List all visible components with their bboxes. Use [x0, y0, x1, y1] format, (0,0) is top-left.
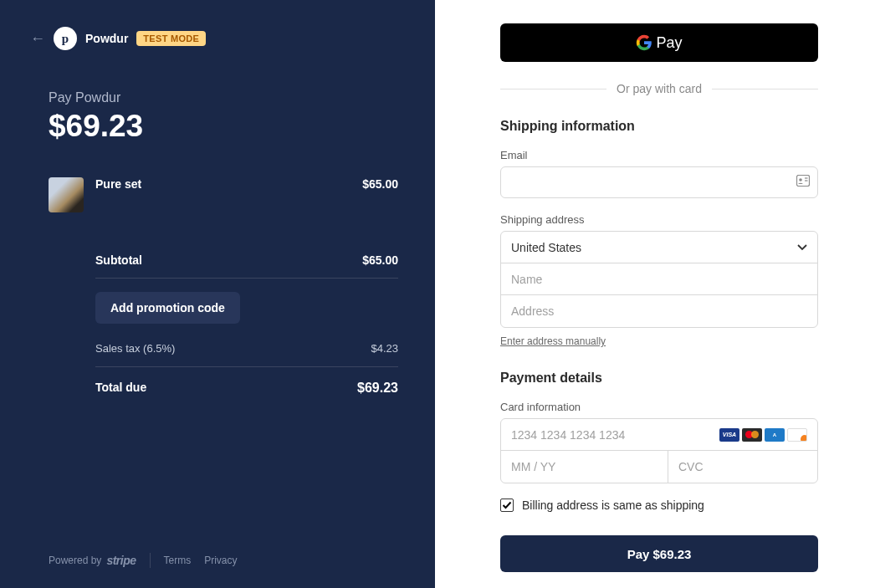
header-row: ← p Powdur TEST MODE [30, 27, 398, 50]
total-value: $69.23 [357, 381, 398, 396]
chevron-down-icon [797, 242, 807, 253]
mastercard-icon [742, 428, 762, 442]
or-divider-text: Or pay with card [617, 82, 702, 95]
or-divider: Or pay with card [500, 82, 818, 95]
card-cvc-input[interactable] [678, 460, 818, 473]
footer: Powered by stripe Terms Privacy [30, 553, 398, 568]
shipping-address-group: United States [500, 231, 818, 328]
tax-value: $4.23 [371, 342, 398, 355]
contact-card-icon [796, 175, 810, 190]
shipping-address-label: Shipping address [500, 213, 818, 226]
tax-row: Sales tax (6.5%) $4.23 [95, 337, 398, 366]
footer-divider [150, 553, 151, 568]
enter-address-manually-link[interactable]: Enter address manually [500, 335, 606, 347]
powered-by: Powered by stripe [49, 554, 136, 567]
country-value: United States [511, 241, 797, 254]
address-input[interactable] [511, 304, 807, 318]
card-number-input[interactable] [511, 428, 716, 442]
billing-same-label: Billing address is same as shipping [522, 499, 704, 512]
subtotal-row: Subtotal $65.00 [95, 243, 398, 278]
payment-section-title: Payment details [500, 371, 818, 386]
subtotal-value: $65.00 [362, 253, 398, 267]
svg-point-1 [799, 178, 802, 182]
privacy-link[interactable]: Privacy [204, 555, 237, 566]
checkout-form-panel: Pay Or pay with card Shipping informatio… [435, 0, 875, 588]
google-pay-button[interactable]: Pay [500, 23, 818, 62]
add-promo-code-button[interactable]: Add promotion code [95, 292, 240, 324]
product-row: Pure set $65.00 [49, 177, 398, 212]
test-mode-badge: TEST MODE [136, 31, 206, 46]
email-label: Email [500, 149, 818, 161]
back-arrow-icon[interactable]: ← [30, 30, 45, 48]
country-select[interactable]: United States [501, 232, 817, 263]
google-g-icon [636, 34, 652, 51]
card-expiry-input[interactable] [511, 460, 658, 473]
product-name: Pure set [95, 177, 141, 191]
checkmark-icon [502, 500, 512, 510]
discover-icon [787, 428, 807, 442]
shipping-section-title: Shipping information [500, 119, 818, 134]
visa-icon: VISA [719, 428, 739, 442]
card-input-group: VISA A [500, 418, 818, 483]
billing-same-checkbox-row: Billing address is same as shipping [500, 499, 818, 512]
pay-amount: $69.23 [30, 109, 398, 144]
order-summary-panel: ← p Powdur TEST MODE Pay Powdur $69.23 P… [0, 0, 435, 588]
email-input[interactable] [500, 166, 818, 198]
pay-heading: Pay Powdur [30, 90, 398, 105]
line-items: Pure set $65.00 Subtotal $65.00 Add prom… [30, 177, 398, 409]
terms-link[interactable]: Terms [164, 555, 192, 566]
merchant-logo: p [54, 27, 77, 50]
powered-by-text: Powered by [49, 555, 101, 566]
card-info-label: Card information [500, 401, 818, 413]
product-image [49, 177, 84, 212]
tax-label: Sales tax (6.5%) [95, 342, 175, 355]
gpay-label: Pay [656, 34, 682, 52]
card-brand-icons: VISA A [719, 428, 807, 442]
subtotal-label: Subtotal [95, 253, 142, 267]
product-price: $65.00 [362, 177, 398, 191]
merchant-name: Powdur [85, 32, 128, 45]
stripe-logo: stripe [106, 554, 136, 567]
name-input[interactable] [511, 273, 807, 286]
amex-icon: A [765, 428, 785, 442]
billing-same-checkbox[interactable] [500, 499, 514, 512]
total-row: Total due $69.23 [95, 367, 398, 409]
total-label: Total due [95, 381, 146, 396]
pay-button[interactable]: Pay $69.23 [500, 535, 818, 572]
